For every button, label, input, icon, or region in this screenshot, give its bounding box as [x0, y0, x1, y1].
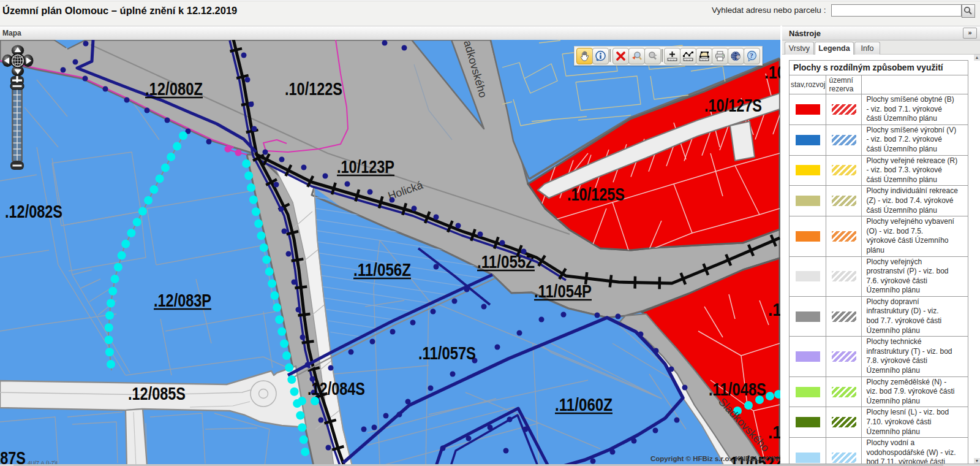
svg-text:.12/082S: .12/082S: [5, 202, 62, 221]
svg-text:4U/7.A.(I-7)I: 4U/7.A.(I-7)I: [28, 460, 58, 464]
svg-text:.1: .1: [768, 300, 780, 319]
svg-text:.12/085S: .12/085S: [128, 384, 186, 403]
svg-text:.11/060Z: .11/060Z: [555, 395, 612, 414]
svg-text:.12/084S: .12/084S: [307, 379, 365, 399]
svg-text:.11/056Z: .11/056Z: [353, 260, 411, 280]
svg-text:.12/087S: .12/087S: [0, 448, 26, 464]
svg-text:.12/083P: .12/083P: [154, 291, 211, 310]
svg-text:.10/1: .10/1: [764, 63, 780, 82]
svg-text:.11/054P: .11/054P: [534, 281, 592, 301]
svg-text:.10/127S: .10/127S: [704, 96, 762, 115]
svg-text:C: C: [737, 55, 740, 59]
svg-text:?: ?: [750, 52, 753, 59]
svg-text:.11/048S: .11/048S: [709, 380, 766, 399]
svg-text:.11/057S: .11/057S: [418, 343, 476, 363]
svg-text:.1: .1: [768, 422, 780, 442]
svg-text:.10/122S: .10/122S: [285, 79, 342, 99]
svg-text:.10/125S: .10/125S: [567, 185, 625, 204]
svg-text:Copyright © HFBiz s.r.o., KNES: Copyright © HFBiz s.r.o., KNESL+KYNČL s.…: [650, 455, 780, 462]
svg-text:.10/123P: .10/123P: [337, 157, 394, 177]
svg-text:.12/080Z: .12/080Z: [145, 79, 203, 99]
